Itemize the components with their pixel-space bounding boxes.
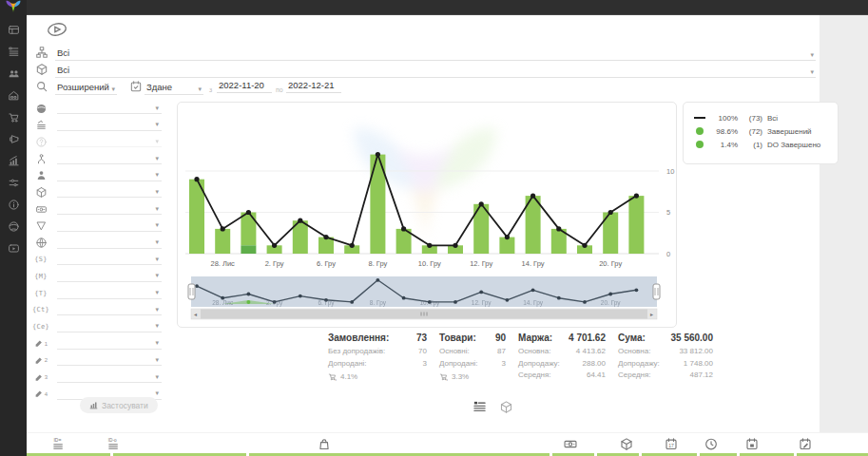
tag-m-icon: {M} <box>34 270 48 283</box>
bottom-tab-calendar-edit[interactable] <box>798 437 813 451</box>
filter-select-layers[interactable]: ▾ <box>57 119 162 131</box>
filter-select-question: ▾ <box>57 135 162 147</box>
legend-dot-swatch <box>696 127 704 135</box>
stat-column-1: Товари:90Основні:87Допродані:3x3.3% <box>439 332 506 383</box>
app-logo-icon[interactable] <box>4 0 23 14</box>
sidebar-item-chart[interactable] <box>7 154 20 167</box>
chevron-down-icon: ▾ <box>155 373 159 380</box>
bottom-tab-calendar-17[interactable]: 17 <box>664 437 679 451</box>
filter-select-tag-ce[interactable]: ▾ <box>57 320 162 332</box>
view-toggle-list-chart[interactable] <box>473 400 487 414</box>
date-to-input[interactable]: 2022-12-21 <box>286 80 341 93</box>
bottom-tab-bag[interactable] <box>317 437 332 451</box>
svg-text:2. Гру: 2. Гру <box>265 259 284 268</box>
filter-select-funnel[interactable]: ▾ <box>57 219 162 232</box>
product-select-value: Всі <box>57 65 69 75</box>
sidebar-item-info[interactable] <box>7 198 20 211</box>
package-icon <box>34 185 48 199</box>
sidebar-item-sliders[interactable] <box>7 176 20 189</box>
bottom-tab-calendar-box[interactable] <box>744 437 760 451</box>
svg-text:28. Лис: 28. Лис <box>211 259 236 268</box>
top-strip <box>0 0 868 15</box>
filter-select-tag-ct[interactable]: ▾ <box>57 303 162 315</box>
svg-text:20. Гру: 20. Гру <box>599 259 622 268</box>
search-mode-select[interactable]: Розширений ▾ <box>55 80 117 95</box>
apply-button-label: Застосувати <box>102 401 148 410</box>
filter-select-pencil-2[interactable]: ▾ <box>57 353 162 366</box>
sidebar-item-users[interactable] <box>7 66 20 80</box>
orders-chart[interactable]: 28. Лис2. Гру6. Гру8. Гру10. Гру12. Гру1… <box>178 103 676 331</box>
stat-column-2: Маржа:4 701.62Основна:4 413.62Допродажу:… <box>518 332 606 383</box>
svg-text:28. Лис: 28. Лис <box>212 299 234 306</box>
bar-completed <box>499 238 514 254</box>
bottom-toolbar: ID=ID-o17 <box>27 432 868 456</box>
svg-text:12. Гру: 12. Гру <box>472 299 492 307</box>
search-mode-value: Розширений <box>57 82 109 92</box>
bottom-tab-clock[interactable] <box>704 437 719 451</box>
sidebar-item-dashboard[interactable] <box>7 23 20 36</box>
date-from-input[interactable]: 2022-11-20 <box>217 80 272 93</box>
filter-select-money[interactable]: ▾ <box>57 202 162 215</box>
tag-ce-icon: {Ce} <box>34 320 48 333</box>
apply-button[interactable]: Застосувати <box>80 397 158 413</box>
date-type-select[interactable]: Здане ▾ <box>145 80 203 95</box>
svg-text:x: x <box>447 377 449 380</box>
filter-row-pencil-3: 3▾ <box>32 370 165 387</box>
chevron-down-icon: ▾ <box>155 155 159 162</box>
sidebar-item-megaphone[interactable] <box>7 132 20 145</box>
play-badge-icon[interactable] <box>46 21 68 38</box>
filter-select-pencil-3[interactable]: ▾ <box>57 370 162 383</box>
legend-item-1[interactable]: 98.6%(72)Завершений <box>693 124 830 138</box>
pencil-1-icon: 1 <box>34 337 48 351</box>
sidebar-item-cart[interactable] <box>7 110 20 124</box>
view-toggle-package[interactable] <box>499 400 513 414</box>
filter-select-pencil-1[interactable]: ▾ <box>57 337 162 350</box>
source-select-value: Всі <box>57 48 69 58</box>
world-icon <box>8 220 20 233</box>
filter-select-package[interactable]: ▾ <box>57 185 162 198</box>
chevron-down-icon: ▾ <box>155 221 159 228</box>
sidebar-item-video[interactable] <box>7 241 20 255</box>
sidebar-item-list[interactable] <box>7 45 20 58</box>
chart-icon <box>8 155 20 167</box>
svg-text:14. Гру: 14. Гру <box>522 259 545 268</box>
product-select[interactable]: Всі ▾ <box>55 63 816 78</box>
chevron-down-icon: ▾ <box>111 86 115 92</box>
chevron-down-icon: ▾ <box>155 339 159 346</box>
bottom-tab-id-o[interactable]: ID-o <box>106 437 122 451</box>
filter-select-person[interactable]: ▾ <box>57 169 162 181</box>
source-select[interactable]: Всі ▾ <box>55 46 816 61</box>
legend-dot-swatch <box>696 141 704 148</box>
legend-item-0[interactable]: 100%(73)Всі <box>693 111 830 124</box>
date-type-value: Здане <box>146 82 172 92</box>
svg-text:14. Гру: 14. Гру <box>523 299 544 307</box>
bottom-tab-id-equal[interactable]: ID= <box>51 437 67 451</box>
hierarchy-icon <box>34 152 48 165</box>
chevron-down-icon: ▾ <box>155 306 159 313</box>
layers-icon <box>34 119 48 132</box>
chevron-down-icon: ▾ <box>810 68 814 75</box>
filter-row-person: ▾ <box>32 168 165 185</box>
filter-select-globe-solid[interactable]: ▾ <box>57 102 162 114</box>
home-icon <box>8 89 20 102</box>
scrollbar-right-arrow: ▸ <box>650 312 653 317</box>
filter-row-tag-t: {T}▾ <box>32 286 165 303</box>
bar-do-completed <box>241 245 256 254</box>
filter-select-globe-grid[interactable]: ▾ <box>57 237 162 249</box>
bottom-tab-package[interactable] <box>619 437 634 451</box>
filter-select-tag-m[interactable]: ▾ <box>57 270 162 282</box>
filter-select-hierarchy[interactable]: ▾ <box>57 152 162 164</box>
sidebar-item-home[interactable] <box>7 88 20 102</box>
navigator-handle-right <box>653 284 660 299</box>
chevron-down-icon: ▾ <box>155 121 159 127</box>
bottom-tab-banknote[interactable] <box>563 437 578 451</box>
navigator-handle-left <box>188 284 195 299</box>
globe-grid-icon <box>34 237 48 250</box>
sidebar-item-world[interactable] <box>7 219 20 233</box>
filter-select-tag-s[interactable]: ▾ <box>57 253 162 265</box>
legend-item-2[interactable]: 1.4%(1)DO Завершено <box>693 138 830 151</box>
filter-select-tag-t[interactable]: ▾ <box>57 287 162 299</box>
chevron-down-icon: ▾ <box>155 171 159 178</box>
money-icon <box>34 202 48 216</box>
app-window: Всі ▾ Всі ▾ Розширений ▾ Здане ▾ з 2022-… <box>0 0 868 456</box>
